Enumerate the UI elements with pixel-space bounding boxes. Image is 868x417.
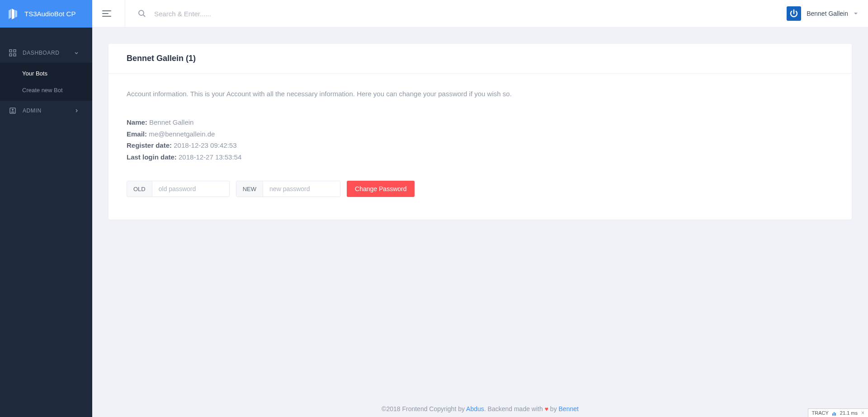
old-password-label: OLD <box>127 181 152 197</box>
page-title: Bennet Gallein (1) <box>127 54 834 63</box>
chevron-right-icon <box>74 108 79 113</box>
bars-icon <box>832 410 836 416</box>
sidebar-item-label: DASHBOARD <box>23 50 59 56</box>
info-email: Email: me@bennetgallein.de <box>127 128 834 140</box>
search-icon <box>138 9 146 18</box>
brand[interactable]: TS3AudioBot CP <box>0 0 92 28</box>
power-icon <box>789 9 798 18</box>
tracy-time: 21.1 ms <box>840 410 858 416</box>
footer: ©2018 Frontend Copyright by Abdus. Backe… <box>92 398 868 417</box>
menu-toggle-button[interactable] <box>102 0 125 28</box>
sidebar-item-admin[interactable]: ADMIN <box>0 101 92 121</box>
search-input[interactable] <box>154 10 290 18</box>
tracy-close-button[interactable]: × <box>861 410 864 416</box>
person-icon <box>9 107 16 114</box>
footer-link-abdus[interactable]: Abdus <box>466 405 484 412</box>
heart-icon: ♥ <box>545 405 548 412</box>
user-name-label: Bennet Gallein <box>807 10 848 17</box>
footer-link-bennet[interactable]: Bennet <box>559 405 579 412</box>
sidebar-item-label: ADMIN <box>23 108 42 114</box>
svg-rect-1 <box>14 50 16 52</box>
svg-rect-3 <box>14 54 16 56</box>
info-register-date: Register date: 2018-12-23 09:42:53 <box>127 140 834 151</box>
sidebar-item-create-bot[interactable]: Create new Bot <box>0 82 92 98</box>
user-menu[interactable]: Bennet Gallein <box>787 6 858 21</box>
chevron-down-icon <box>74 51 79 55</box>
new-password-label: NEW <box>236 181 263 197</box>
account-intro-text: Account information. This is your Accoun… <box>127 90 834 98</box>
svg-rect-0 <box>9 50 12 52</box>
svg-point-6 <box>139 10 144 15</box>
svg-point-5 <box>12 109 14 111</box>
tracy-label: TRACY <box>812 410 829 416</box>
avatar <box>787 6 801 21</box>
chevron-down-icon <box>854 11 858 16</box>
svg-line-7 <box>143 15 145 17</box>
dashboard-icon <box>9 49 16 56</box>
new-password-input[interactable] <box>263 181 340 197</box>
tracy-debug-bar[interactable]: TRACY 21.1 ms × <box>808 408 868 417</box>
info-name: Name: Bennet Gallein <box>127 117 834 128</box>
old-password-input[interactable] <box>152 181 229 197</box>
logo-icon <box>8 9 18 19</box>
sidebar-item-your-bots[interactable]: Your Bots <box>0 65 92 82</box>
brand-title: TS3AudioBot CP <box>24 10 75 18</box>
sidebar-item-dashboard[interactable]: DASHBOARD <box>0 43 92 63</box>
svg-rect-2 <box>9 54 12 56</box>
info-last-login: Last login date: 2018-12-27 13:53:54 <box>127 151 834 163</box>
change-password-button[interactable]: Change Password <box>347 181 415 197</box>
